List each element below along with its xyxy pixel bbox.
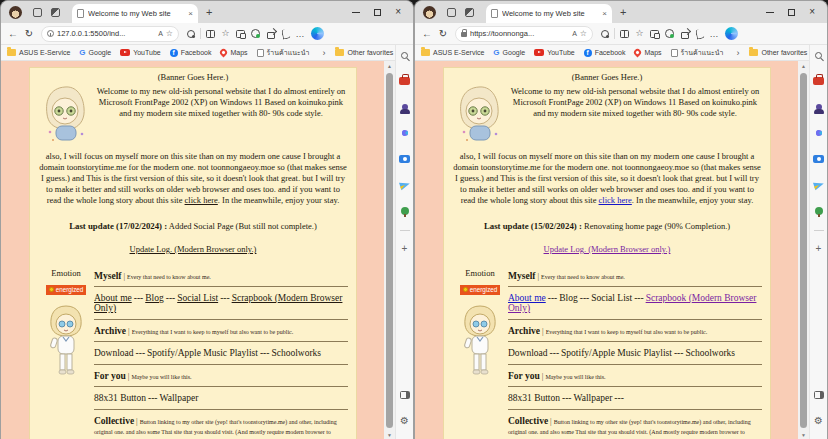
other-favorites[interactable]: Other favorites — [749, 49, 807, 56]
collections-icon[interactable] — [233, 26, 248, 42]
about-me-link[interactable]: About me — [94, 293, 132, 303]
favorites-hub-icon[interactable]: ☆ — [632, 26, 647, 42]
panel-toggle-icon[interactable] — [812, 388, 826, 402]
lock-icon[interactable] — [461, 32, 467, 37]
wallpaper-item[interactable]: Wallpaper — [160, 393, 199, 403]
send-icon[interactable] — [812, 178, 826, 192]
favorite-asus[interactable]: ASUS E-Service — [421, 49, 484, 56]
refresh-button[interactable]: ↻ — [21, 28, 37, 39]
more-icon[interactable]: … — [293, 26, 308, 42]
camera-icon[interactable] — [812, 152, 826, 166]
settings-icon[interactable]: ⚙ — [398, 414, 412, 428]
send-icon[interactable] — [398, 178, 412, 192]
social-list-link[interactable]: Social List — [591, 293, 632, 303]
favorite-asus[interactable]: ASUS E-Service — [7, 49, 70, 56]
click-here-link[interactable]: click here — [185, 195, 218, 205]
more-icon[interactable]: … — [707, 26, 722, 42]
read-aloud-icon[interactable]: A — [572, 30, 577, 37]
button-88x31-item[interactable]: 88x31 Button — [94, 393, 146, 403]
title-bar[interactable]: Welcome to my Web site × + × — [415, 1, 827, 23]
favorite-facebook[interactable]: fFacebook — [170, 49, 212, 57]
share-icon[interactable] — [263, 26, 278, 42]
workspaces-icon[interactable] — [28, 4, 46, 20]
back-button[interactable]: ← — [419, 28, 435, 39]
people-icon[interactable] — [398, 100, 412, 114]
add-sidebar-icon[interactable]: + — [398, 241, 412, 255]
browser-tab[interactable]: Welcome to my Web site × — [486, 4, 612, 23]
back-button[interactable]: ← — [5, 28, 21, 39]
favorite-google[interactable]: GGoogle — [493, 48, 525, 57]
shopping-icon[interactable] — [398, 74, 412, 88]
scroll-up-icon[interactable]: ▲ — [387, 61, 392, 71]
designer-icon[interactable] — [398, 126, 412, 140]
favorite-facebook[interactable]: fFacebook — [584, 49, 626, 57]
tab-close-icon[interactable]: × — [598, 9, 607, 18]
scroll-down-icon[interactable]: ▼ — [387, 430, 392, 439]
browser-essentials-icon[interactable] — [183, 26, 198, 42]
favorites-overflow-icon[interactable]: › — [736, 48, 739, 58]
favorite-star-icon[interactable]: ☆ — [580, 29, 587, 38]
shopping-icon[interactable] — [812, 74, 826, 88]
click-here-link[interactable]: click here — [599, 195, 632, 205]
share-icon[interactable] — [677, 26, 692, 42]
page-scrollbar[interactable]: ▲ ▼ — [384, 61, 395, 439]
page-scrollbar[interactable]: ▲ ▼ — [798, 61, 809, 439]
refresh-button[interactable]: ↻ — [435, 28, 451, 39]
tab-close-icon[interactable]: × — [184, 9, 193, 18]
safety-icon[interactable] — [662, 26, 677, 42]
wallpaper-item[interactable]: Wallpaper — [574, 393, 613, 403]
browser-tab[interactable]: Welcome to my Web site × — [72, 4, 198, 23]
playlist-item[interactable]: Spotify/Apple Music Playlist — [561, 348, 672, 358]
favorites-hub-icon[interactable]: ☆ — [218, 26, 233, 42]
new-tab-button[interactable]: + — [206, 6, 352, 18]
profile-avatar[interactable] — [423, 6, 436, 19]
safety-icon[interactable] — [248, 26, 263, 42]
favorite-thai[interactable]: ร้านค้าแนะนำ — [257, 47, 310, 58]
browser-essentials-icon[interactable] — [597, 26, 612, 42]
update-log-link[interactable]: Update Log. (Modern Browser only.) — [544, 244, 671, 254]
panel-toggle-icon[interactable] — [398, 388, 412, 402]
scrollbar-thumb[interactable] — [386, 73, 393, 428]
about-me-link[interactable]: About me — [508, 293, 546, 303]
favorites-overflow-icon[interactable]: › — [322, 48, 325, 58]
settings-icon[interactable]: ⚙ — [812, 414, 826, 428]
favorite-youtube[interactable]: YouTube — [120, 49, 161, 56]
schoolworks-item[interactable]: Schoolworks — [271, 348, 321, 358]
schoolworks-item[interactable]: Schoolworks — [685, 348, 735, 358]
tree-icon[interactable] — [812, 204, 826, 218]
download-item[interactable]: Download — [508, 348, 548, 358]
favorite-maps[interactable]: Maps — [634, 49, 661, 56]
title-bar[interactable]: Welcome to my Web site × + × — [1, 1, 413, 23]
read-aloud-icon[interactable]: A — [158, 30, 163, 37]
playlist-item[interactable]: Spotify/Apple Music Playlist — [147, 348, 258, 358]
blog-link[interactable]: Blog — [559, 293, 577, 303]
designer-icon[interactable] — [812, 126, 826, 140]
tab-actions-icon[interactable] — [46, 4, 64, 20]
other-favorites[interactable]: Other favorites — [335, 49, 393, 56]
blog-link[interactable]: Blog — [145, 293, 163, 303]
workspaces-icon[interactable] — [442, 4, 460, 20]
web-capture-icon[interactable] — [278, 26, 293, 42]
url-text[interactable]: 127.0.0.1:5500/ind... — [57, 29, 155, 38]
favorite-google[interactable]: GGoogle — [79, 48, 111, 57]
split-screen-icon[interactable] — [203, 26, 218, 42]
maximize-button[interactable] — [374, 9, 381, 16]
new-tab-button[interactable]: + — [620, 6, 766, 18]
search-icon[interactable] — [812, 48, 826, 62]
url-text[interactable]: https://toonnonga... — [470, 29, 569, 38]
download-item[interactable]: Download — [94, 348, 134, 358]
people-icon[interactable] — [812, 100, 826, 114]
search-icon[interactable] — [398, 48, 412, 62]
favorite-youtube[interactable]: YouTube — [534, 49, 575, 56]
web-capture-icon[interactable] — [692, 26, 707, 42]
add-sidebar-icon[interactable]: + — [812, 241, 826, 255]
collections-icon[interactable] — [647, 26, 662, 42]
split-screen-icon[interactable] — [617, 26, 632, 42]
close-button[interactable]: × — [809, 7, 815, 17]
close-button[interactable]: × — [395, 7, 401, 17]
social-list-link[interactable]: Social List — [177, 293, 218, 303]
profile-avatar[interactable] — [9, 6, 22, 19]
tab-actions-icon[interactable] — [460, 4, 478, 20]
favorite-maps[interactable]: Maps — [220, 49, 247, 56]
scroll-down-icon[interactable]: ▼ — [801, 430, 806, 439]
